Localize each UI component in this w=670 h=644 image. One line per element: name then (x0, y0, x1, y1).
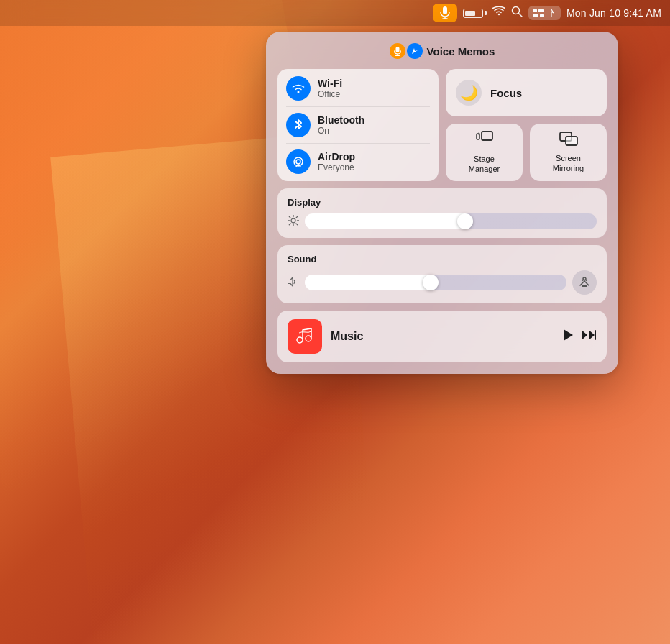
volume-slider[interactable] (305, 275, 566, 290)
volume-thumb[interactable] (423, 275, 439, 290)
svg-rect-5 (533, 9, 537, 12)
screen-mirroring-icon (559, 132, 578, 150)
brightness-icon (288, 215, 299, 229)
sound-slider-row (288, 270, 597, 295)
music-controls (562, 328, 597, 345)
focus-tile[interactable]: 🌙 Focus (446, 69, 607, 116)
cc-nav-icon (407, 43, 423, 59)
screen-mirroring-tile[interactable]: ScreenMirroring (530, 124, 607, 181)
cc-mic-icon (390, 43, 405, 59)
svg-rect-9 (395, 47, 399, 52)
menu-bar: Mon Jun 10 9:41 AM (0, 0, 670, 26)
wifi-menubar-icon[interactable] (492, 6, 505, 19)
wifi-icon-circle (286, 76, 311, 101)
divider1 (286, 106, 430, 107)
screen-mirroring-label: ScreenMirroring (553, 153, 584, 174)
focus-moon-icon: 🌙 (456, 80, 482, 106)
focus-label: Focus (490, 87, 522, 99)
spotlight-search-icon[interactable] (511, 6, 523, 20)
right-tiles: 🌙 Focus StageManager (446, 69, 607, 181)
svg-line-26 (289, 216, 290, 218)
svg-rect-16 (482, 132, 492, 140)
svg-line-29 (289, 223, 290, 224)
stage-manager-label: StageManager (469, 154, 500, 175)
stage-manager-icon (476, 131, 493, 151)
brightness-thumb[interactable] (457, 213, 473, 229)
svg-rect-6 (538, 9, 544, 12)
music-tile: Music (277, 310, 607, 362)
network-tile: Wi-Fi Office Bluetooth On (277, 69, 439, 181)
sound-label: Sound (288, 254, 597, 264)
svg-line-28 (296, 216, 298, 218)
mic-button[interactable] (433, 4, 457, 22)
play-button[interactable] (562, 328, 574, 345)
svg-rect-8 (540, 14, 544, 17)
svg-rect-20 (566, 137, 577, 145)
brightness-slider[interactable] (305, 213, 597, 229)
svg-line-27 (296, 223, 298, 224)
airdrop-item[interactable]: AirDrop Everyone (286, 150, 430, 174)
display-section: Display (277, 188, 607, 238)
svg-point-18 (477, 132, 479, 134)
volume-icon (288, 277, 299, 289)
svg-point-13 (296, 160, 300, 164)
sound-section: Sound (277, 245, 607, 303)
svg-point-21 (291, 218, 295, 223)
svg-line-4 (518, 14, 522, 17)
stage-manager-tile[interactable]: StageManager (446, 124, 523, 181)
wifi-item[interactable]: Wi-Fi Office (286, 76, 430, 101)
cc-title: Voice Memos (427, 45, 495, 58)
battery-indicator (463, 9, 487, 18)
airdrop-icon-circle (286, 150, 311, 174)
airdrop-text: AirDrop Everyone (318, 151, 355, 172)
menu-bar-datetime: Mon Jun 10 9:41 AM (566, 7, 661, 19)
wifi-text: Wi-Fi Office (318, 78, 342, 99)
bluetooth-text: Bluetooth On (318, 114, 364, 136)
divider2 (286, 143, 430, 144)
airplay-button[interactable] (572, 270, 597, 295)
svg-rect-32 (595, 330, 596, 340)
bluetooth-item[interactable]: Bluetooth On (286, 113, 430, 137)
control-center-panel: Voice Memos Wi-Fi Office (266, 32, 618, 374)
svg-rect-30 (582, 285, 587, 287)
small-tiles-row: StageManager ScreenMirroring (446, 124, 607, 181)
svg-rect-0 (443, 6, 447, 14)
cc-header: Voice Memos (277, 43, 607, 59)
fast-forward-button[interactable] (581, 329, 597, 344)
display-slider-row (288, 213, 597, 229)
cc-top-grid: Wi-Fi Office Bluetooth On (277, 69, 607, 181)
svg-point-12 (298, 91, 300, 93)
music-app-label: Music (331, 330, 554, 343)
bluetooth-icon-circle (286, 113, 311, 137)
control-center-button[interactable] (528, 6, 561, 20)
display-label: Display (288, 197, 597, 208)
svg-rect-7 (533, 14, 538, 17)
music-album-art (288, 319, 322, 354)
